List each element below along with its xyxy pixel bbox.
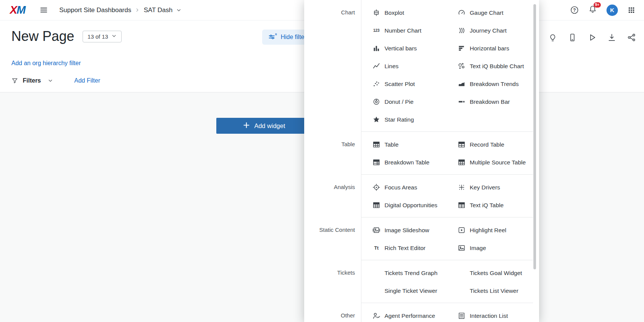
image-icon (458, 244, 466, 252)
widget-item-text-iq-table[interactable]: Text iQ Table (447, 196, 532, 214)
widget-item-label: Breakdown Table (385, 159, 430, 166)
widget-item-digital-opportunities[interactable]: Digital Opportunities (361, 196, 447, 214)
widget-item-boxplot[interactable]: Boxplot (361, 4, 447, 22)
widget-panel-sections: ChartBoxplotGauge Chart123Number ChartJo… (304, 0, 539, 322)
widget-item-gauge-chart[interactable]: Gauge Chart (447, 4, 532, 22)
help-icon[interactable]: ? (570, 6, 579, 14)
filters-label: Filters (23, 77, 41, 84)
widget-item-label: Journey Chart (470, 27, 506, 34)
page-selector[interactable]: 13 of 13 (83, 31, 122, 42)
widget-item-label: Multiple Source Table (470, 159, 526, 166)
category-gutter: Table (304, 132, 361, 175)
widget-item-tickets-goal-widget[interactable]: Tickets Goal Widget (447, 264, 532, 282)
chevron-right-icon (135, 8, 140, 13)
widget-item-agent-performance[interactable]: Agent Performance (361, 307, 447, 322)
widget-category-static-content: Static ContentImage SlideshowHighlight R… (304, 217, 539, 260)
widget-item-image-slideshow[interactable]: Image Slideshow (361, 221, 447, 239)
no-icon (458, 269, 466, 277)
category-gutter: Chart (304, 0, 361, 132)
no-icon (372, 269, 380, 277)
widget-item-label: Image (470, 245, 486, 252)
add-org-hierarchy-filter-link[interactable]: Add an org hierarchy filter (11, 60, 81, 67)
widget-item-horizontal-bars[interactable]: Horizontal bars (447, 39, 532, 57)
widget-item-label: Boxplot (385, 9, 404, 16)
category-label: Tickets (304, 260, 355, 276)
no-icon (372, 287, 380, 295)
page-selector-caret-icon (111, 33, 117, 40)
widget-item-star-rating[interactable]: Star Rating (361, 111, 447, 128)
play-icon[interactable] (588, 33, 597, 42)
funnel-icon (11, 77, 18, 84)
scatter-plot-icon (372, 80, 380, 88)
breakdown-bar-icon (458, 98, 466, 106)
widget-item-breakdown-trends[interactable]: Breakdown Trends (447, 75, 532, 93)
agent-performance-icon (372, 312, 380, 320)
category-label: Chart (304, 0, 355, 16)
widget-item-scatter-plot[interactable]: Scatter Plot (361, 75, 447, 93)
widget-item-highlight-reel[interactable]: Highlight Reel (447, 221, 532, 239)
widget-item-journey-chart[interactable]: Journey Chart (447, 22, 532, 39)
widget-item-single-ticket-viewer[interactable]: Single Ticket Viewer (361, 282, 447, 300)
apps-grid-icon[interactable] (627, 6, 636, 14)
widget-item-label: Vertical bars (385, 45, 417, 52)
plus-icon (243, 122, 250, 130)
widget-item-label: Focus Areas (385, 184, 417, 191)
widget-item-text-iq-bubble-chart[interactable]: Text iQ Bubble Chart (447, 57, 532, 75)
widget-item-label: Rich Text Editor (385, 245, 425, 252)
breadcrumb-item-current[interactable]: SAT Dash (144, 6, 172, 14)
category-gutter: Static Content (304, 217, 361, 260)
interaction-list-icon (458, 312, 466, 320)
no-icon (458, 287, 466, 295)
widget-item-vertical-bars[interactable]: Vertical bars (361, 39, 447, 57)
widget-item-multiple-source-table[interactable]: Multiple Source Table (447, 153, 532, 171)
title-row: New Page 13 of 13 (11, 27, 122, 46)
breadcrumb: Support Site Dashboards SAT Dash (59, 6, 182, 14)
widget-item-table[interactable]: Table (361, 136, 447, 153)
number-chart-icon: 123 (372, 27, 380, 34)
add-filter-link[interactable]: Add Filter (74, 77, 100, 84)
filters-toggle[interactable]: Filters (11, 77, 53, 84)
widget-item-label: Tickets Trend Graph (385, 270, 438, 277)
widget-item-record-table[interactable]: Record Table (447, 136, 532, 153)
export-download-icon[interactable] (607, 33, 616, 42)
multiple-source-table-icon (458, 158, 466, 166)
device-preview-icon[interactable] (568, 33, 577, 42)
widget-item-focus-areas[interactable]: Focus Areas (361, 178, 447, 196)
horizontal-bars-icon (458, 44, 466, 52)
widget-item-breakdown-table[interactable]: Breakdown Table (361, 153, 447, 171)
widget-item-label: Tickets Goal Widget (470, 270, 522, 277)
table-icon (372, 201, 380, 209)
widget-item-interaction-list[interactable]: Interaction List (447, 307, 532, 322)
hamburger-menu-icon[interactable] (38, 5, 50, 16)
page-indicator: 13 of 13 (88, 33, 108, 40)
notifications-bell-icon[interactable]: 9+ (588, 5, 597, 15)
widget-item-tickets-trend-graph[interactable]: Tickets Trend Graph (361, 264, 447, 282)
key-drivers-icon (458, 183, 466, 191)
topbar-actions: ? 9+ K (570, 5, 636, 16)
widget-item-image[interactable]: Image (447, 239, 532, 257)
widget-item-label: Image Slideshow (385, 227, 429, 234)
widget-item-number-chart[interactable]: 123Number Chart (361, 22, 447, 39)
record-table-icon (458, 201, 466, 209)
breadcrumb-item-dashboards[interactable]: Support Site Dashboards (59, 6, 131, 14)
widget-item-rich-text-editor[interactable]: TtRich Text Editor (361, 239, 447, 257)
widget-item-label: Donut / Pie (385, 98, 414, 105)
add-widget-button[interactable]: Add widget (216, 118, 312, 134)
widget-item-lines[interactable]: Lines (361, 57, 447, 75)
category-gutter: Analysis (304, 175, 361, 217)
star-rating-icon (372, 116, 380, 123)
breadcrumb-caret-down-icon[interactable] (176, 8, 181, 13)
widget-item-tickets-list-viewer[interactable]: Tickets List Viewer (447, 282, 532, 300)
share-icon[interactable] (627, 33, 636, 42)
widget-item-donut-pie[interactable]: Donut / Pie (361, 93, 447, 111)
widget-category-analysis: AnalysisFocus AreasKey DriversDigital Op… (304, 175, 539, 217)
avatar[interactable]: K (606, 5, 618, 16)
widget-item-key-drivers[interactable]: Key Drivers (447, 178, 532, 196)
widget-item-breakdown-bar[interactable]: Breakdown Bar (447, 93, 532, 111)
notifications-badge: 9+ (594, 2, 601, 8)
category-gutter: Tickets (304, 260, 361, 303)
xm-logo[interactable]: XM (10, 4, 25, 16)
highlight-reel-icon (458, 226, 466, 234)
idea-icon[interactable] (548, 33, 557, 42)
panel-scrollbar[interactable] (533, 4, 536, 269)
